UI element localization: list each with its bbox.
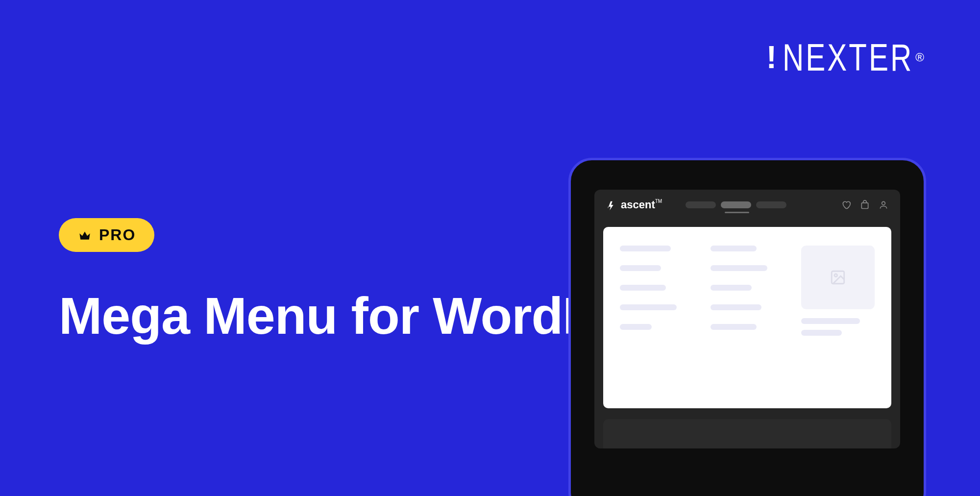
mega-column — [620, 246, 691, 390]
heart-icon[interactable] — [841, 200, 851, 210]
placeholder-line — [710, 246, 757, 251]
placeholder-line — [710, 304, 761, 310]
svg-point-1 — [882, 201, 885, 205]
pro-badge-label: PRO — [99, 226, 136, 244]
crown-icon — [77, 228, 92, 243]
svg-rect-0 — [861, 203, 868, 209]
nav-pill-active[interactable] — [721, 201, 751, 208]
app-logo: ascentTM — [606, 198, 662, 211]
placeholder-line — [620, 324, 652, 330]
placeholder-line — [710, 265, 767, 271]
placeholder-line — [620, 285, 666, 291]
pro-badge: PRO — [59, 218, 154, 252]
placeholder-line — [710, 285, 752, 291]
content-area — [603, 419, 891, 448]
placeholder-line — [620, 265, 661, 271]
nav-pill[interactable] — [756, 201, 786, 208]
placeholder-line — [801, 318, 860, 324]
nav-pills — [686, 201, 786, 208]
placeholder-line — [710, 324, 757, 330]
nav-pill[interactable] — [686, 201, 716, 208]
brand-name: NEXTER — [783, 35, 913, 79]
svg-point-3 — [834, 274, 837, 277]
app-logo-text: ascentTM — [621, 198, 662, 211]
app-window: ascentTM — [594, 190, 900, 448]
image-icon — [830, 269, 846, 286]
bag-icon[interactable] — [860, 200, 870, 210]
brand-logo: ! NEXTER® — [766, 39, 926, 75]
placeholder-line — [620, 304, 677, 310]
mega-column — [710, 246, 782, 390]
device-preview: ascentTM — [568, 158, 926, 496]
featured-thumbnail — [801, 246, 875, 309]
app-logo-icon — [606, 199, 617, 210]
placeholder-line — [620, 246, 671, 251]
nav-underline — [725, 212, 749, 213]
exclaim-icon: ! — [766, 39, 779, 75]
app-icons — [841, 200, 888, 210]
mega-column-featured — [801, 246, 875, 390]
brand-dot: ® — [915, 50, 926, 64]
user-icon[interactable] — [879, 200, 888, 210]
mega-menu-panel — [603, 227, 891, 408]
placeholder-line — [801, 330, 842, 336]
app-bar: ascentTM — [594, 190, 900, 220]
